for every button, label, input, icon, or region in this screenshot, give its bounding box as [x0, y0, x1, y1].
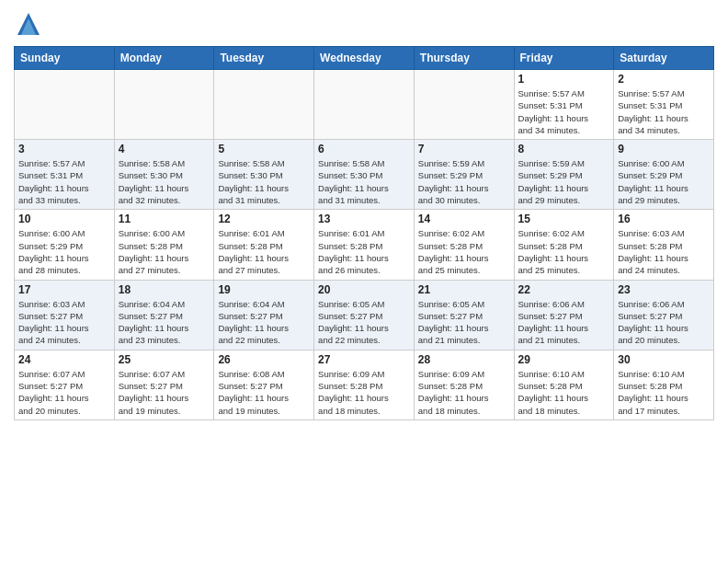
calendar-day-cell: 8Sunrise: 5:59 AM Sunset: 5:29 PM Daylig… [514, 140, 614, 210]
calendar-week-row: 24Sunrise: 6:07 AM Sunset: 5:27 PM Dayli… [15, 350, 714, 419]
calendar-day-cell: 13Sunrise: 6:01 AM Sunset: 5:28 PM Dayli… [314, 210, 415, 280]
day-info: Sunrise: 6:07 AM Sunset: 5:27 PM Dayligh… [119, 368, 210, 417]
calendar-day-cell: 19Sunrise: 6:04 AM Sunset: 5:27 PM Dayli… [214, 280, 314, 350]
day-number: 15 [518, 213, 610, 225]
calendar-day-cell: 10Sunrise: 6:00 AM Sunset: 5:29 PM Dayli… [15, 210, 115, 280]
day-info: Sunrise: 6:07 AM Sunset: 5:27 PM Dayligh… [18, 368, 110, 417]
calendar-day-cell [214, 70, 314, 140]
calendar-day-cell: 29Sunrise: 6:10 AM Sunset: 5:28 PM Dayli… [514, 350, 614, 419]
day-info: Sunrise: 5:58 AM Sunset: 5:30 PM Dayligh… [218, 157, 310, 206]
day-number: 17 [18, 283, 110, 296]
calendar-day-cell: 12Sunrise: 6:01 AM Sunset: 5:28 PM Dayli… [214, 210, 314, 280]
day-info: Sunrise: 6:05 AM Sunset: 5:27 PM Dayligh… [418, 298, 510, 347]
day-info: Sunrise: 5:57 AM Sunset: 5:31 PM Dayligh… [618, 87, 710, 136]
weekday-header-sunday: Sunday [15, 47, 115, 70]
day-number: 6 [318, 143, 410, 155]
page: SundayMondayTuesdayWednesdayThursdayFrid… [0, 0, 728, 563]
day-info: Sunrise: 5:58 AM Sunset: 5:30 PM Dayligh… [119, 157, 210, 206]
weekday-header-tuesday: Tuesday [214, 47, 314, 70]
calendar-day-cell: 27Sunrise: 6:09 AM Sunset: 5:28 PM Dayli… [314, 350, 415, 419]
calendar-day-cell: 23Sunrise: 6:06 AM Sunset: 5:27 PM Dayli… [614, 280, 714, 350]
calendar-day-cell: 24Sunrise: 6:07 AM Sunset: 5:27 PM Dayli… [15, 350, 115, 419]
calendar-day-cell [15, 70, 115, 140]
calendar-day-cell: 17Sunrise: 6:03 AM Sunset: 5:27 PM Dayli… [15, 280, 115, 350]
day-info: Sunrise: 6:05 AM Sunset: 5:27 PM Dayligh… [318, 298, 410, 347]
calendar-day-cell [314, 70, 415, 140]
day-info: Sunrise: 6:08 AM Sunset: 5:27 PM Dayligh… [218, 368, 310, 417]
day-info: Sunrise: 6:02 AM Sunset: 5:28 PM Dayligh… [418, 227, 510, 276]
calendar-day-cell: 25Sunrise: 6:07 AM Sunset: 5:27 PM Dayli… [114, 350, 214, 419]
day-info: Sunrise: 6:09 AM Sunset: 5:28 PM Dayligh… [418, 368, 510, 417]
day-info: Sunrise: 6:01 AM Sunset: 5:28 PM Dayligh… [318, 227, 410, 276]
day-number: 4 [119, 143, 210, 155]
calendar-day-cell: 7Sunrise: 5:59 AM Sunset: 5:29 PM Daylig… [414, 140, 514, 210]
logo-icon [14, 9, 43, 39]
day-number: 29 [518, 353, 610, 366]
day-info: Sunrise: 5:57 AM Sunset: 5:31 PM Dayligh… [18, 157, 110, 206]
day-info: Sunrise: 6:01 AM Sunset: 5:28 PM Dayligh… [218, 227, 310, 276]
calendar-day-cell: 6Sunrise: 5:58 AM Sunset: 5:30 PM Daylig… [314, 140, 415, 210]
day-info: Sunrise: 6:04 AM Sunset: 5:27 PM Dayligh… [218, 298, 310, 347]
day-number: 19 [218, 283, 310, 296]
day-info: Sunrise: 5:57 AM Sunset: 5:31 PM Dayligh… [518, 87, 610, 136]
calendar-week-row: 1Sunrise: 5:57 AM Sunset: 5:31 PM Daylig… [15, 70, 714, 140]
calendar-day-cell [114, 70, 214, 140]
weekday-header-friday: Friday [514, 47, 614, 70]
day-info: Sunrise: 6:02 AM Sunset: 5:28 PM Dayligh… [518, 227, 610, 276]
calendar-week-row: 3Sunrise: 5:57 AM Sunset: 5:31 PM Daylig… [15, 140, 714, 210]
calendar-day-cell [414, 70, 514, 140]
day-number: 10 [18, 213, 110, 225]
day-number: 18 [119, 283, 210, 296]
calendar-day-cell: 26Sunrise: 6:08 AM Sunset: 5:27 PM Dayli… [214, 350, 314, 419]
day-number: 26 [218, 353, 310, 366]
calendar-day-cell: 21Sunrise: 6:05 AM Sunset: 5:27 PM Dayli… [414, 280, 514, 350]
weekday-header-monday: Monday [114, 47, 214, 70]
calendar-week-row: 10Sunrise: 6:00 AM Sunset: 5:29 PM Dayli… [15, 210, 714, 280]
day-number: 25 [119, 353, 210, 366]
day-number: 7 [418, 143, 510, 155]
logo [14, 9, 47, 39]
day-info: Sunrise: 6:06 AM Sunset: 5:27 PM Dayligh… [618, 298, 710, 347]
day-number: 13 [318, 213, 410, 225]
calendar-week-row: 17Sunrise: 6:03 AM Sunset: 5:27 PM Dayli… [15, 280, 714, 350]
day-info: Sunrise: 6:06 AM Sunset: 5:27 PM Dayligh… [518, 298, 610, 347]
calendar-header-row: SundayMondayTuesdayWednesdayThursdayFrid… [15, 47, 714, 70]
calendar-day-cell: 16Sunrise: 6:03 AM Sunset: 5:28 PM Dayli… [614, 210, 714, 280]
day-number: 21 [418, 283, 510, 296]
weekday-header-saturday: Saturday [614, 47, 714, 70]
day-info: Sunrise: 6:00 AM Sunset: 5:29 PM Dayligh… [18, 227, 110, 276]
day-number: 14 [418, 213, 510, 225]
day-number: 2 [618, 73, 710, 86]
day-info: Sunrise: 6:03 AM Sunset: 5:27 PM Dayligh… [18, 298, 110, 347]
day-number: 16 [618, 213, 710, 225]
day-info: Sunrise: 6:10 AM Sunset: 5:28 PM Dayligh… [518, 368, 610, 417]
day-number: 24 [18, 353, 110, 366]
day-number: 9 [618, 143, 710, 155]
day-number: 1 [518, 73, 610, 86]
day-number: 12 [218, 213, 310, 225]
day-number: 28 [418, 353, 510, 366]
day-info: Sunrise: 6:09 AM Sunset: 5:28 PM Dayligh… [318, 368, 410, 417]
day-number: 20 [318, 283, 410, 296]
calendar-day-cell: 18Sunrise: 6:04 AM Sunset: 5:27 PM Dayli… [114, 280, 214, 350]
calendar-day-cell: 30Sunrise: 6:10 AM Sunset: 5:28 PM Dayli… [614, 350, 714, 419]
calendar-day-cell: 15Sunrise: 6:02 AM Sunset: 5:28 PM Dayli… [514, 210, 614, 280]
day-info: Sunrise: 5:58 AM Sunset: 5:30 PM Dayligh… [318, 157, 410, 206]
calendar-day-cell: 9Sunrise: 6:00 AM Sunset: 5:29 PM Daylig… [614, 140, 714, 210]
calendar: SundayMondayTuesdayWednesdayThursdayFrid… [14, 46, 714, 420]
day-number: 8 [518, 143, 610, 155]
day-info: Sunrise: 6:04 AM Sunset: 5:27 PM Dayligh… [119, 298, 210, 347]
header [14, 9, 714, 39]
calendar-day-cell: 1Sunrise: 5:57 AM Sunset: 5:31 PM Daylig… [514, 70, 614, 140]
calendar-day-cell: 4Sunrise: 5:58 AM Sunset: 5:30 PM Daylig… [114, 140, 214, 210]
day-info: Sunrise: 6:03 AM Sunset: 5:28 PM Dayligh… [618, 227, 710, 276]
day-number: 27 [318, 353, 410, 366]
day-number: 23 [618, 283, 710, 296]
day-info: Sunrise: 6:10 AM Sunset: 5:28 PM Dayligh… [618, 368, 710, 417]
calendar-day-cell: 20Sunrise: 6:05 AM Sunset: 5:27 PM Dayli… [314, 280, 415, 350]
weekday-header-wednesday: Wednesday [314, 47, 415, 70]
day-number: 11 [119, 213, 210, 225]
day-info: Sunrise: 6:00 AM Sunset: 5:29 PM Dayligh… [618, 157, 710, 206]
day-info: Sunrise: 5:59 AM Sunset: 5:29 PM Dayligh… [418, 157, 510, 206]
day-number: 5 [218, 143, 310, 155]
